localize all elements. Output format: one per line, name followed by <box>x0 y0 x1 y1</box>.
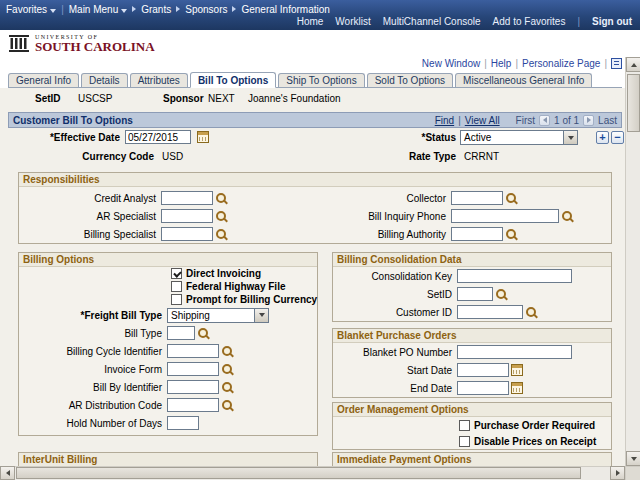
sign-out-link[interactable]: Sign out <box>592 16 632 27</box>
disable-prices-on-receipt-checkbox[interactable] <box>459 436 470 447</box>
bill-by-identifier-input[interactable] <box>167 380 219 394</box>
scroll-down-button[interactable] <box>626 451 640 466</box>
multichannel-console-link[interactable]: MultiChannel Console <box>383 16 481 27</box>
status-select[interactable]: Active <box>460 130 578 145</box>
customer-id-label: Customer ID <box>333 307 457 318</box>
purchase-order-required-checkbox[interactable] <box>459 420 470 431</box>
lookup-icon[interactable] <box>221 345 233 358</box>
chevron-down-icon <box>121 9 127 13</box>
help-link[interactable]: Help <box>491 58 512 69</box>
next-row-button[interactable] <box>583 115 594 126</box>
checkbox-row: Direct Invoicing <box>19 267 317 280</box>
consolidation-setid-label: SetID <box>333 289 457 300</box>
end-date-input[interactable] <box>457 381 509 395</box>
field-row: Hold Number of Days <box>19 414 317 432</box>
lookup-icon[interactable] <box>505 192 517 205</box>
vertical-scrollbar[interactable] <box>625 57 640 466</box>
bill-type-input[interactable] <box>167 326 195 340</box>
lookup-icon[interactable] <box>215 210 227 223</box>
horizontal-scroll-thumb[interactable] <box>16 467 581 479</box>
invoice-form-input[interactable] <box>167 362 219 376</box>
credit-analyst-label: Credit Analyst <box>19 193 161 204</box>
scroll-up-button[interactable] <box>626 57 640 72</box>
billing-cycle-identifier-input[interactable] <box>167 344 219 358</box>
responsibilities-left-column: Credit Analyst AR Specialist Billing Spe… <box>19 189 315 243</box>
main-menu[interactable]: Main Menu <box>69 4 127 15</box>
direct-invoicing-checkbox[interactable] <box>171 268 182 279</box>
lookup-icon[interactable] <box>215 192 227 205</box>
tab-details[interactable]: Details <box>81 73 128 87</box>
add-to-favorites-link[interactable]: Add to Favorites <box>493 16 566 27</box>
effective-date-input[interactable] <box>125 130 191 144</box>
collector-input[interactable] <box>451 191 503 205</box>
lookup-icon[interactable] <box>495 288 507 301</box>
calendar-icon[interactable] <box>511 382 523 394</box>
new-window-link[interactable]: New Window <box>422 58 480 69</box>
billing-specialist-input[interactable] <box>161 227 213 241</box>
lookup-icon[interactable] <box>221 363 233 376</box>
checkbox-row: Purchase Order Required <box>333 417 611 433</box>
ar-distribution-code-input[interactable] <box>167 398 219 412</box>
lookup-icon[interactable] <box>215 228 227 241</box>
breadcrumb-grants[interactable]: Grants <box>141 4 171 15</box>
worklist-link[interactable]: Worklist <box>335 16 370 27</box>
scroll-left-button[interactable] <box>0 466 15 480</box>
billing-authority-input[interactable] <box>451 227 503 241</box>
horizontal-scrollbar[interactable] <box>0 466 625 480</box>
divider: | <box>515 58 518 69</box>
add-row-button[interactable]: + <box>596 131 609 144</box>
tab-general-info[interactable]: General Info <box>8 73 79 87</box>
chevron-right-icon <box>132 6 136 12</box>
rate-type-label: Rate Type <box>330 151 456 162</box>
tab-attributes[interactable]: Attributes <box>130 73 188 87</box>
disable-prices-on-receipt-label: Disable Prices on Receipt <box>474 436 596 447</box>
personalize-page-link[interactable]: Personalize Page <box>522 58 600 69</box>
arrow-right-icon <box>587 117 591 123</box>
calendar-icon[interactable] <box>197 131 209 143</box>
responsibilities-right-column: Collector Bill Inquiry Phone Billing Aut… <box>315 189 611 243</box>
lookup-icon[interactable] <box>505 228 517 241</box>
scroll-right-button[interactable] <box>610 466 625 480</box>
ar-specialist-input[interactable] <box>161 209 213 223</box>
tab-ship-to-options[interactable]: Ship To Options <box>278 73 364 87</box>
breadcrumb-general-information[interactable]: General Information <box>241 4 329 15</box>
divider: | <box>577 16 580 27</box>
breadcrumb-sponsors[interactable]: Sponsors <box>185 4 227 15</box>
calendar-icon[interactable] <box>511 364 523 376</box>
lookup-icon[interactable] <box>221 399 233 412</box>
field-row: Billing Cycle Identifier <box>19 342 317 360</box>
find-link[interactable]: Find <box>435 115 454 126</box>
lookup-icon[interactable] <box>525 306 537 319</box>
row-counter: 1 of 1 <box>554 115 579 126</box>
bill-inquiry-phone-input[interactable] <box>451 209 559 223</box>
previous-row-button[interactable] <box>539 115 550 126</box>
vertical-scroll-thumb[interactable] <box>627 74 640 132</box>
tab-miscellaneous-general-info[interactable]: Miscellaneous General Info <box>455 73 592 87</box>
bill-inquiry-phone-label: Bill Inquiry Phone <box>315 211 451 222</box>
federal-highway-file-checkbox[interactable] <box>171 281 182 292</box>
consolidation-key-input[interactable] <box>457 269 572 283</box>
blanket-po-number-input[interactable] <box>457 345 572 359</box>
favorites-label: Favorites <box>6 4 47 15</box>
rate-type-value: CRRNT <box>464 151 499 162</box>
freight-bill-type-select[interactable]: Shipping <box>167 308 269 323</box>
customer-id-input[interactable] <box>457 305 523 319</box>
tab-sold-to-options[interactable]: Sold To Options <box>367 73 453 87</box>
start-date-input[interactable] <box>457 363 509 377</box>
prompt-for-billing-currency-checkbox[interactable] <box>171 294 182 305</box>
lookup-icon[interactable] <box>561 210 573 223</box>
lookup-icon[interactable] <box>197 327 209 340</box>
delete-row-button[interactable]: − <box>611 131 624 144</box>
arrow-right-icon <box>616 470 620 476</box>
lookup-icon[interactable] <box>221 381 233 394</box>
favorites-menu[interactable]: Favorites <box>6 4 56 15</box>
home-link[interactable]: Home <box>297 16 324 27</box>
consolidation-setid-input[interactable] <box>457 287 493 301</box>
tab-bill-to-options[interactable]: Bill To Options <box>190 72 276 88</box>
freight-bill-type-value: Shipping <box>168 309 254 322</box>
view-all-link[interactable]: View All <box>465 115 500 126</box>
copy-url-icon[interactable] <box>611 58 622 69</box>
hold-number-of-days-input[interactable] <box>167 416 199 430</box>
credit-analyst-input[interactable] <box>161 191 213 205</box>
billing-consolidation-title: Billing Consolidation Data <box>333 253 611 267</box>
